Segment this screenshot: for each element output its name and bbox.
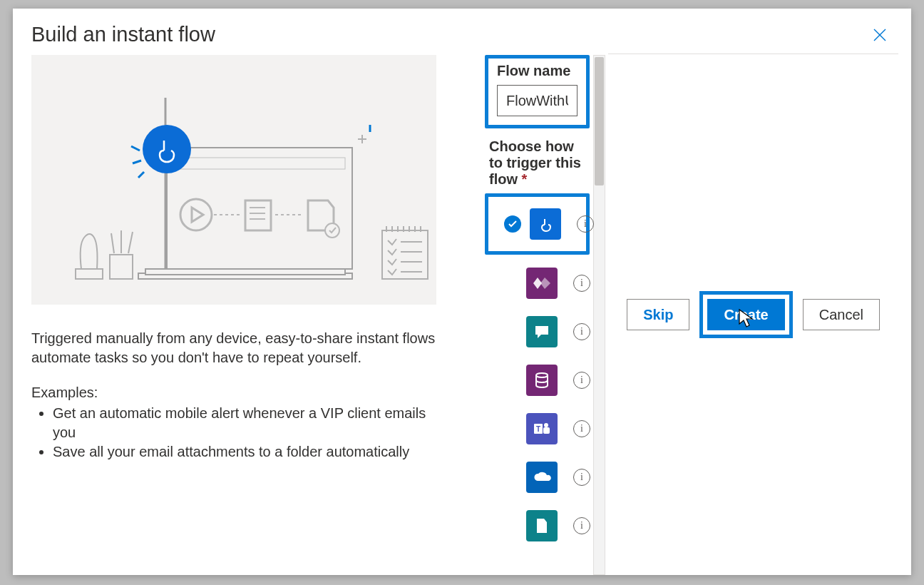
create-button[interactable]: Create — [707, 299, 784, 330]
examples-label: Examples: — [31, 385, 438, 401]
flow-name-highlight: Flow name — [485, 55, 590, 128]
svg-line-22 — [138, 172, 144, 178]
trigger-pva[interactable]: When Power Virtual Agents calls a fl... … — [485, 307, 590, 356]
illustration — [31, 55, 436, 305]
svg-line-21 — [133, 161, 141, 163]
trigger-list: Manually trigger a flow Flow button for … — [485, 193, 590, 541]
trigger-section-label: Choose how to trigger this flow * — [489, 138, 590, 188]
svg-marker-41 — [540, 278, 550, 289]
instant-flow-dialog: Build an instant flow — [13, 9, 911, 575]
svg-rect-46 — [543, 427, 550, 434]
info-button[interactable]: i — [573, 517, 590, 534]
svg-point-19 — [143, 125, 191, 173]
svg-rect-3 — [145, 269, 345, 275]
left-column: Triggered manually from any device, easy… — [31, 54, 438, 575]
chat-icon — [526, 316, 558, 347]
example-item: Save all your email attachments to a fol… — [53, 442, 438, 462]
radio-checked-icon — [504, 215, 521, 233]
trigger-manual[interactable]: Manually trigger a flow Flow button for … — [485, 193, 590, 255]
trigger-powerapps[interactable]: PowerApps PowerApps i — [485, 259, 590, 307]
svg-point-7 — [180, 199, 212, 230]
close-button[interactable] — [870, 25, 890, 45]
svg-point-45 — [544, 423, 548, 427]
cancel-button[interactable]: Cancel — [803, 299, 880, 330]
examples-list: Get an automatic mobile alert whenever a… — [31, 404, 438, 462]
svg-text:T: T — [536, 425, 540, 433]
dialog-body: Triggered manually from any device, easy… — [13, 54, 911, 575]
flow-name-input[interactable] — [497, 85, 578, 116]
svg-marker-8 — [192, 208, 203, 222]
trigger-teams[interactable]: T For a selected message Microsoft Teams… — [485, 405, 590, 453]
svg-line-20 — [131, 146, 140, 151]
dialog-header: Build an instant flow — [13, 9, 911, 54]
tap-icon — [530, 208, 561, 240]
info-button[interactable]: i — [573, 420, 590, 437]
svg-line-27 — [128, 232, 133, 253]
svg-point-15 — [325, 223, 339, 238]
create-button-label: Create — [724, 307, 768, 323]
trigger-file[interactable]: For a selected file i — [485, 502, 590, 541]
svg-rect-23 — [76, 269, 103, 279]
svg-rect-6 — [174, 158, 345, 169]
info-button[interactable]: i — [573, 469, 590, 486]
info-button[interactable]: i — [573, 323, 590, 340]
info-button[interactable]: i — [577, 215, 594, 233]
example-item: Get an automatic mobile alert whenever a… — [53, 404, 438, 442]
skip-button[interactable]: Skip — [627, 299, 689, 330]
svg-line-25 — [111, 233, 114, 253]
cloud-icon — [526, 462, 558, 493]
dialog-title: Build an instant flow — [31, 23, 215, 46]
info-button[interactable]: i — [573, 275, 590, 292]
svg-rect-24 — [110, 255, 133, 279]
svg-rect-11 — [245, 200, 271, 230]
right-column: Flow name Choose how to trigger this flo… — [485, 54, 608, 575]
file-icon — [526, 510, 558, 541]
flow-name-label: Flow name — [497, 63, 578, 79]
trigger-cds[interactable]: When a flow step is executed Common Data… — [485, 356, 590, 405]
close-icon — [873, 29, 886, 41]
trigger-onedrive[interactable]: For a selected file OneDrive for Busines… — [485, 453, 590, 502]
powerapps-icon — [526, 268, 558, 299]
teams-icon: T — [526, 413, 558, 444]
svg-point-42 — [536, 373, 548, 377]
info-button[interactable]: i — [573, 372, 590, 389]
description-text: Triggered manually from any device, easy… — [31, 329, 438, 367]
create-button-highlight: Create — [699, 291, 792, 338]
dialog-footer: Skip Create Cancel — [608, 54, 898, 575]
database-icon — [526, 365, 558, 396]
